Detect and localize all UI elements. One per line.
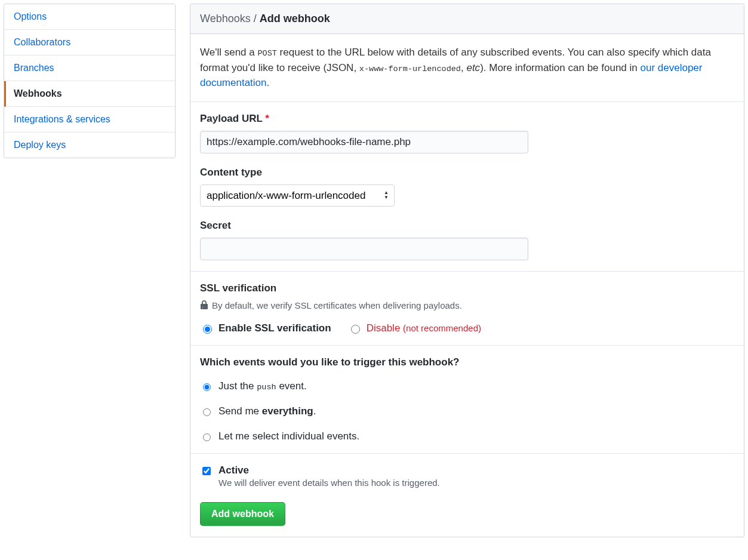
sidebar-item-options[interactable]: Options <box>4 4 175 30</box>
required-mark: * <box>265 113 269 124</box>
intro-text: We'll send a POST request to the URL bel… <box>200 45 734 91</box>
sidebar-item-branches[interactable]: Branches <box>4 56 175 81</box>
active-section: Active We will deliver event details whe… <box>190 453 744 537</box>
secret-input[interactable] <box>200 238 528 260</box>
active-description: We will deliver event details when this … <box>218 478 440 488</box>
content-type-select[interactable]: application/x-www-form-urlencoded <box>200 184 395 207</box>
breadcrumb-parent[interactable]: Webhooks <box>200 13 251 24</box>
lock-icon <box>200 300 208 310</box>
sidebar-item-collaborators[interactable]: Collaborators <box>4 30 175 56</box>
active-label: Active <box>218 464 440 476</box>
event-everything-radio[interactable] <box>203 408 211 416</box>
ssl-disable-option[interactable]: Disable (not recommended) <box>348 322 481 334</box>
ssl-note: By default, we verify SSL certificates w… <box>200 300 734 310</box>
content-type-group: Content type application/x-www-form-urle… <box>200 167 734 207</box>
settings-menu: Options Collaborators Branches Webhooks … <box>4 4 176 158</box>
event-option-everything[interactable]: Send me everything. <box>200 405 734 417</box>
secret-label: Secret <box>200 220 734 232</box>
intro-section: We'll send a POST request to the URL bel… <box>190 34 744 102</box>
ssl-enable-radio[interactable] <box>203 325 212 334</box>
payload-url-label: Payload URL * <box>200 113 734 125</box>
main-panel: Webhooks / Add webhook We'll send a POST… <box>190 4 744 537</box>
breadcrumb-separator: / <box>254 13 257 24</box>
sidebar-item-integrations[interactable]: Integrations & services <box>4 107 175 133</box>
payload-url-group: Payload URL * <box>200 113 734 153</box>
sidebar-item-webhooks[interactable]: Webhooks <box>4 81 175 107</box>
post-code: POST <box>257 49 276 58</box>
content-type-label: Content type <box>200 167 734 179</box>
ssl-disable-radio[interactable] <box>351 325 360 334</box>
events-section: Which events would you like to trigger t… <box>190 345 744 453</box>
sidebar-item-deploy-keys[interactable]: Deploy keys <box>4 133 175 158</box>
payload-url-input[interactable] <box>200 131 528 153</box>
encoding-code: x-www-form-urlencoded <box>359 64 461 73</box>
events-heading: Which events would you like to trigger t… <box>200 356 734 368</box>
secret-group: Secret <box>200 220 734 260</box>
add-webhook-button[interactable]: Add webhook <box>200 502 285 526</box>
ssl-section: SSL verification By default, we verify S… <box>190 271 744 345</box>
active-checkbox[interactable] <box>202 467 211 475</box>
settings-sidebar: Options Collaborators Branches Webhooks … <box>4 4 176 537</box>
event-option-push[interactable]: Just the push event. <box>200 380 734 392</box>
ssl-heading: SSL verification <box>200 282 734 294</box>
breadcrumb-current: Add webhook <box>260 13 330 24</box>
event-push-radio[interactable] <box>203 383 211 391</box>
event-option-individual[interactable]: Let me select individual events. <box>200 430 734 442</box>
breadcrumb: Webhooks / Add webhook <box>190 4 744 34</box>
ssl-enable-option[interactable]: Enable SSL verification <box>200 322 331 334</box>
event-individual-radio[interactable] <box>203 433 211 441</box>
form-section: Payload URL * Content type application/x… <box>190 102 744 271</box>
